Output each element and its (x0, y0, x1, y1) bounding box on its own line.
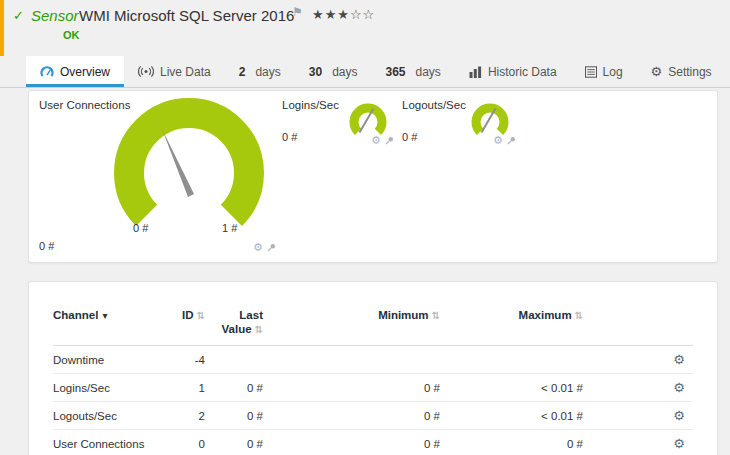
table-row: Downtime -4 ⚙ (53, 346, 693, 374)
tab-historic-data-label: Historic Data (488, 65, 557, 79)
tab-30-days-label: days (332, 65, 357, 79)
table-row: User Connections 0 0 # 0 # 0 # ⚙ (53, 430, 693, 455)
main-gauge-value: 0 # (39, 240, 54, 252)
tab-historic-data[interactable]: Historic Data (455, 56, 571, 87)
header-channel[interactable]: Channel▾ (53, 308, 173, 323)
logouts-gauge-actions[interactable]: ⚙ (493, 135, 516, 146)
channel-last-value: 0 # (205, 438, 263, 450)
pin-icon[interactable] (385, 136, 394, 145)
channel-maximum: < 0.01 # (440, 410, 583, 422)
tab-2-days[interactable]: 2 days (225, 56, 295, 87)
table-row: Logins/Sec 1 0 # 0 # < 0.01 # ⚙ (53, 374, 693, 402)
channel-last-value: 0 # (205, 382, 263, 394)
gauges-panel: User Connections 0 # 1 # 0 # ⚙ Logins/Se… (28, 90, 718, 263)
channel-id: 2 (173, 410, 205, 422)
tab-365-days-number: 365 (385, 65, 405, 79)
channels-table: Channel▾ ID⇅ Last Value⇅ Minimum⇅ Maximu… (29, 282, 717, 455)
tab-overview[interactable]: Overview (26, 56, 124, 87)
gauge-arc (354, 108, 382, 132)
status-text: OK (63, 29, 80, 41)
live-broadcast-icon (138, 65, 154, 78)
gauge-gear-icon[interactable]: ⚙ (493, 135, 503, 146)
logouts-gauge-value: 0 # (402, 131, 417, 143)
channel-minimum: 0 # (263, 410, 440, 422)
channel-name: Logouts/Sec (53, 410, 173, 422)
logins-gauge-value: 0 # (282, 131, 297, 143)
channel-name: Downtime (53, 354, 173, 366)
header-last-value[interactable]: Last Value⇅ (205, 308, 263, 337)
sensor-kind-label: Sensor (31, 7, 79, 24)
tab-settings[interactable]: ⚙ Settings (637, 56, 726, 87)
logins-gauge-title: Logins/Sec (282, 99, 339, 111)
tab-2-days-number: 2 (239, 65, 246, 79)
header-maximum[interactable]: Maximum⇅ (440, 308, 583, 323)
logouts-gauge-title: Logouts/Sec (402, 99, 466, 111)
gauge-needle (162, 129, 194, 197)
tab-live-data[interactable]: Live Data (124, 56, 225, 87)
tab-365-days-label: days (416, 65, 441, 79)
channel-minimum: 0 # (263, 438, 440, 450)
pin-icon[interactable] (507, 136, 516, 145)
channel-settings-icon[interactable]: ⚙ (673, 380, 685, 395)
channel-settings-icon[interactable]: ⚙ (673, 436, 685, 451)
sensor-header: ✓ Sensor WMI Microsoft SQL Server 2016 ⚑… (0, 0, 730, 56)
sort-icon: ⇅ (197, 310, 205, 321)
channel-name: User Connections (53, 438, 173, 450)
tab-log[interactable]: Log (571, 56, 637, 87)
sensor-title: WMI Microsoft SQL Server 2016 (79, 7, 294, 24)
priority-stars[interactable]: ★★★☆☆ (312, 7, 375, 22)
sort-icon: ⇅ (575, 310, 583, 321)
gauge-icon (40, 65, 54, 78)
gauge-gear-icon[interactable]: ⚙ (371, 135, 381, 146)
table-row: Logouts/Sec 2 0 # 0 # < 0.01 # ⚙ (53, 402, 693, 430)
channels-panel: Channel▾ ID⇅ Last Value⇅ Minimum⇅ Maximu… (28, 281, 718, 455)
tab-30-days[interactable]: 30 days (295, 56, 372, 87)
tab-overview-label: Overview (60, 65, 110, 79)
tab-live-data-label: Live Data (160, 65, 211, 79)
log-list-icon (585, 66, 597, 78)
table-header-row: Channel▾ ID⇅ Last Value⇅ Minimum⇅ Maximu… (53, 308, 693, 346)
priority-flag-icon[interactable]: ⚑ (292, 5, 303, 19)
tab-settings-label: Settings (668, 65, 711, 79)
gauge-arc (129, 113, 249, 215)
channel-last-value: 0 # (205, 410, 263, 422)
tab-2-days-label: days (255, 65, 280, 79)
channel-id: 0 (173, 438, 205, 450)
channel-maximum: < 0.01 # (440, 382, 583, 394)
tab-log-label: Log (603, 65, 623, 79)
main-gauge-scale-max: 1 # (222, 222, 237, 234)
channel-settings-icon[interactable]: ⚙ (673, 352, 685, 367)
header-id[interactable]: ID⇅ (173, 308, 205, 323)
sort-icon: ⇅ (255, 324, 263, 335)
gauge-arc (476, 108, 504, 132)
tab-365-days[interactable]: 365 days (371, 56, 454, 87)
channel-settings-icon[interactable]: ⚙ (673, 408, 685, 423)
gauge-gear-icon[interactable]: ⚙ (253, 242, 263, 253)
main-gauge-scale-min: 0 # (133, 222, 148, 234)
main-gauge-actions[interactable]: ⚙ (253, 242, 276, 253)
sort-icon: ⇅ (432, 310, 440, 321)
channel-minimum: 0 # (263, 382, 440, 394)
pin-icon[interactable] (267, 243, 276, 252)
channel-maximum: 0 # (440, 438, 583, 450)
channel-id: 1 (173, 382, 205, 394)
user-connections-gauge (84, 93, 294, 253)
tab-bar: Overview Live Data 2 days 30 days 365 da… (0, 56, 730, 88)
channel-name: Logins/Sec (53, 382, 173, 394)
status-check-icon: ✓ (13, 8, 24, 23)
tab-30-days-number: 30 (309, 65, 322, 79)
bar-chart-icon (469, 66, 482, 78)
channel-id: -4 (173, 354, 205, 366)
sort-down-icon: ▾ (102, 310, 107, 321)
gear-icon: ⚙ (651, 65, 663, 78)
header-minimum[interactable]: Minimum⇅ (263, 308, 440, 323)
logins-gauge-actions[interactable]: ⚙ (371, 135, 394, 146)
